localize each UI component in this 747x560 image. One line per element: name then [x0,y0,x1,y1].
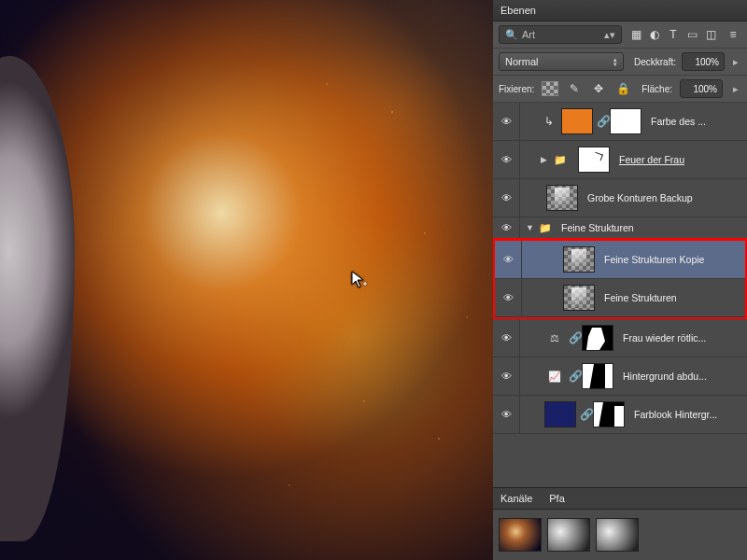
layer-kind-filter[interactable]: 🔍 Art ▴▾ [499,25,622,44]
opacity-field[interactable]: 100% [682,52,725,71]
chevron-updown-icon: ▴▾ [604,29,615,41]
layer-name[interactable]: Farblook Hintergr... [634,409,717,420]
blend-mode-select[interactable]: Normal ▴▾ [499,52,624,71]
filter-label: Art [522,29,535,40]
layers-list[interactable]: 👁 ↳ 🔗 Farbe des ... 👁 ▶ 📁 Feuer der Frau [493,103,747,487]
panel-titlebar[interactable]: Ebenen [493,0,747,21]
layer-feuer-group[interactable]: 👁 ▶ 📁 Feuer der Frau [493,141,747,179]
channels-thumbs [493,510,747,560]
disclosure-icon[interactable]: ▶ [541,155,550,164]
layer-fs[interactable]: 👁 Feine Strukturen [495,279,745,317]
visibility-toggle[interactable]: 👁 [493,357,520,395]
mask-link-icon[interactable]: 🔗 [569,370,578,383]
panel-menu-icon[interactable]: ≡ [725,26,741,43]
visibility-toggle[interactable]: 👁 [495,279,522,316]
lock-row: Fixieren: ✎ ✥ 🔒 Fläche: 100% ▸ [493,76,747,103]
filter-adjust-icon[interactable]: ◐ [646,26,663,43]
layer-hg-adjust[interactable]: 👁 📈 🔗 Hintergrund abdu... [493,357,747,396]
group-feine-strukturen[interactable]: 👁 ▼ 📁 Feine Strukturen [493,217,747,239]
lock-all-icon[interactable]: 🔒 [614,80,631,97]
layer-name[interactable]: Hintergrund abdu... [623,371,707,382]
filter-shape-icon[interactable]: ▭ [684,26,700,43]
layer-name[interactable]: Feine Strukturen Kopie [604,254,704,265]
layer-mask-thumb[interactable] [582,325,613,351]
fill-label: Fläche: [641,84,672,94]
curves-icon: 📈 [541,371,569,383]
layer-thumb[interactable] [544,401,576,427]
blend-mode-value: Normal [505,56,538,67]
channel-thumb[interactable] [596,518,639,552]
color-balance-icon: ⚖ [541,332,569,344]
fill-flyout-icon[interactable]: ▸ [730,83,741,95]
channel-thumb-rgb[interactable] [499,518,542,552]
lock-position-icon[interactable]: ✥ [590,80,607,97]
channel-thumb[interactable] [547,518,590,552]
visibility-toggle[interactable]: 👁 [493,141,520,178]
tab-pfade[interactable]: Pfa [549,493,565,504]
layer-name[interactable]: Frau wieder rötlic... [623,332,706,343]
channels-tabbar[interactable]: Kanäle Pfa [493,487,747,510]
visibility-toggle[interactable]: 👁 [493,396,520,433]
layer-thumb[interactable] [563,285,595,311]
tutorial-highlight: 👁 Feine Strukturen Kopie 👁 Feine Struktu… [493,238,747,320]
folder-icon: 📁 [539,222,552,234]
panel-title: Ebenen [500,5,536,16]
opacity-label: Deckkraft: [634,57,676,67]
visibility-toggle[interactable]: 👁 [495,241,522,278]
visibility-toggle[interactable]: 👁 [493,179,520,217]
lock-label: Fixieren: [499,84,534,94]
layer-thumb[interactable] [546,185,578,211]
mask-link-icon[interactable]: 🔗 [597,115,606,128]
layer-farblook[interactable]: 👁 🔗 Farblook Hintergr... [493,396,747,434]
visibility-toggle[interactable]: 👁 [493,217,520,238]
layer-name[interactable]: Grobe Konturen Backup [587,192,693,203]
filter-smart-icon[interactable]: ◫ [702,26,719,43]
layer-farbe[interactable]: 👁 ↳ 🔗 Farbe des ... [493,103,747,141]
filter-type-icon[interactable]: T [665,26,682,43]
layer-name[interactable]: Feine Strukturen [604,292,677,303]
lock-transparent-icon[interactable] [542,81,558,96]
folder-icon: 📁 [554,154,567,166]
tab-kanaele[interactable]: Kanäle [500,493,532,504]
lock-image-icon[interactable]: ✎ [566,80,583,97]
layer-mask-thumb[interactable] [593,401,625,427]
layer-mask-thumb[interactable] [578,147,610,173]
layer-frau-adjust[interactable]: 👁 ⚖ 🔗 Frau wieder rötlic... [493,319,747,357]
layer-name[interactable]: Feuer der Frau [619,154,684,165]
opacity-flyout-icon[interactable]: ▸ [730,56,741,68]
fill-field[interactable]: 100% [680,79,723,98]
filter-row: 🔍 Art ▴▾ ▦ ◐ T ▭ ◫ ≡ [493,21,747,49]
layer-mask-thumb[interactable] [610,108,641,134]
group-name[interactable]: Feine Strukturen [561,222,634,233]
mask-link-icon[interactable]: 🔗 [569,331,578,344]
chevron-updown-icon: ▴▾ [613,57,617,66]
layer-grobe[interactable]: 👁 Grobe Konturen Backup [493,179,747,217]
visibility-toggle[interactable]: 👁 [493,103,520,140]
mask-link-icon[interactable]: 🔗 [580,408,589,421]
clip-icon: ↳ [541,113,557,130]
layers-panel: Ebenen 🔍 Art ▴▾ ▦ ◐ T ▭ ◫ ≡ Normal ▴▾ De… [493,0,747,560]
filter-pixel-icon[interactable]: ▦ [627,26,644,43]
blend-row: Normal ▴▾ Deckkraft: 100% ▸ [493,49,747,76]
layer-mask-thumb[interactable] [582,363,613,389]
layer-fs-kopie[interactable]: 👁 Feine Strukturen Kopie [495,241,745,279]
canvas[interactable] [0,0,493,560]
disclosure-icon[interactable]: ▼ [526,223,535,232]
layer-thumb[interactable] [563,246,595,273]
visibility-toggle[interactable]: 👁 [493,319,520,357]
filter-icon-strip: ▦ ◐ T ▭ ◫ [627,26,719,43]
layer-thumb[interactable] [561,108,593,134]
search-icon: 🔍 [505,29,518,41]
layer-name[interactable]: Farbe des ... [651,116,706,127]
